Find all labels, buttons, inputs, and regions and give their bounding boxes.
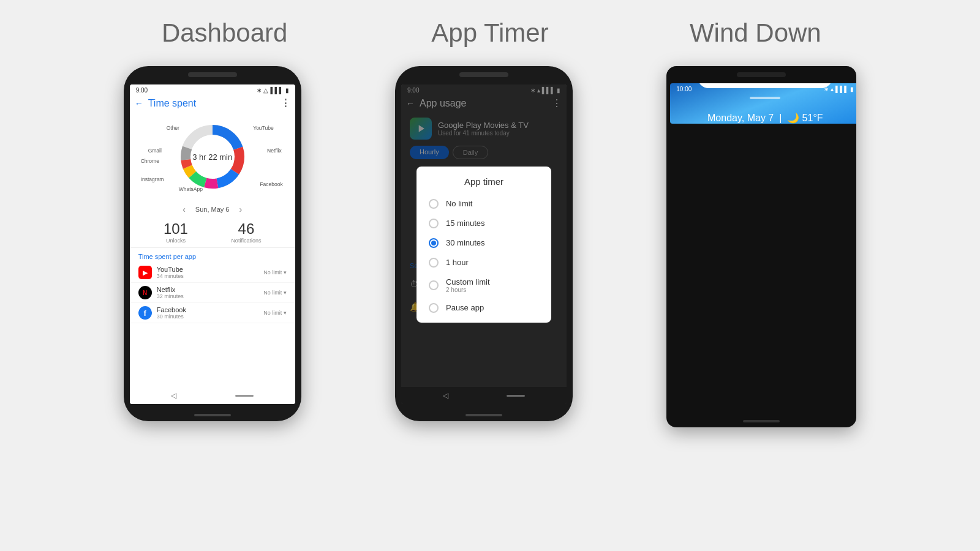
p2-back-nav-icon[interactable]: ◁ — [443, 391, 448, 400]
phone3-top-bar — [737, 72, 786, 77]
phone1-status-icons: ∗ △ ▌▌▌ ▮ — [257, 87, 288, 94]
pause-label: Pause app — [446, 303, 484, 312]
label-gmail: Gmail — [148, 148, 162, 154]
youtube-info: YouTube 34 minutes — [157, 266, 263, 279]
back-arrow-icon[interactable]: ← — [135, 99, 143, 108]
custom-sublabel: 2 hours — [446, 287, 490, 293]
custom-label: Custom limit — [446, 277, 490, 287]
youtube-limit[interactable]: No limit ▾ — [263, 269, 287, 276]
label-instagram: Instagram — [141, 176, 164, 182]
custom-limit-info: Custom limit 2 hours — [446, 277, 490, 293]
phones-row: 9:00 ∗ △ ▌▌▌ ▮ ← Time spent ⋮ — [77, 66, 903, 427]
phone2-nav-bar: ◁ — [401, 387, 567, 404]
home-nav-pill — [235, 395, 254, 397]
phone1-screen: 9:00 ∗ △ ▌▌▌ ▮ ← Time spent ⋮ — [130, 84, 295, 404]
youtube-time: 34 minutes — [157, 273, 263, 279]
back-nav-icon[interactable]: ◁ — [171, 391, 176, 400]
label-youtube: YouTube — [253, 125, 273, 131]
facebook-time: 30 minutes — [157, 313, 263, 320]
phone2-bottom-bar — [466, 414, 502, 416]
app-timer-dialog: App timer No limit 15 minutes — [417, 167, 551, 323]
facebook-icon: f — [138, 306, 152, 320]
phone-wind-down: 10:00 ∗ ▴ ▌▌▌ ▮ Monday, May 7 | 🌙 51°F — [666, 66, 856, 427]
google-search-bar[interactable]: G — [698, 83, 832, 88]
prev-date-button[interactable]: ‹ — [183, 204, 186, 214]
label-whatsapp: WhatsApp — [179, 186, 203, 192]
notifications-label: Notifications — [231, 238, 261, 244]
1-hour-label: 1 hour — [446, 258, 469, 267]
wifi-icon: △ — [263, 87, 268, 94]
section-title: Time spent per app — [130, 248, 295, 263]
30-min-label: 30 minutes — [446, 238, 485, 247]
phone1-status-bar: 9:00 ∗ △ ▌▌▌ ▮ — [130, 84, 295, 95]
radio-custom[interactable] — [429, 280, 439, 290]
more-options-icon[interactable]: ⋮ — [281, 97, 290, 109]
option-15-min[interactable]: 15 minutes — [417, 214, 551, 233]
netflix-limit[interactable]: No limit ▾ — [263, 290, 287, 296]
netflix-info: Netflix 32 minutes — [157, 286, 263, 299]
facebook-limit[interactable]: No limit ▾ — [263, 310, 287, 316]
phone1-nav-bar: ◁ — [130, 387, 295, 404]
radio-no-limit[interactable] — [429, 199, 439, 209]
app-row-youtube: ▶ YouTube 34 minutes No limit ▾ — [130, 263, 295, 283]
current-date: Sun, May 6 — [195, 206, 230, 213]
phone1-title: Time spent — [148, 98, 276, 109]
radio-15-min[interactable] — [429, 219, 439, 228]
unlocks-number: 101 — [164, 220, 188, 238]
phone1-bottom-bar — [194, 414, 231, 416]
netflix-icon: N — [138, 286, 152, 299]
phone-dashboard: 9:00 ∗ △ ▌▌▌ ▮ ← Time spent ⋮ — [124, 66, 301, 421]
bluetooth-icon: ∗ — [257, 87, 262, 94]
label-facebook: Facebook — [260, 181, 282, 187]
app-timer-heading: App Timer — [374, 18, 606, 48]
netflix-name: Netflix — [157, 286, 263, 293]
15-min-label: 15 minutes — [446, 219, 485, 228]
next-date-button[interactable]: › — [239, 204, 242, 214]
option-custom-limit[interactable]: Custom limit 2 hours — [417, 272, 551, 298]
phone2-top-bar — [459, 72, 508, 77]
headings-row: Dashboard App Timer Wind Down — [92, 18, 888, 48]
option-1-hour[interactable]: 1 hour — [417, 253, 551, 272]
dialog-overlay: App timer No limit 15 minutes — [401, 84, 567, 404]
wind-down-heading: Wind Down — [639, 18, 872, 48]
option-30-min[interactable]: 30 minutes — [417, 233, 551, 253]
dashboard-heading: Dashboard — [108, 18, 341, 48]
donut-chart-area: 3 hr 22 min Other YouTube Gmail Netflix … — [130, 114, 295, 200]
youtube-icon: ▶ — [138, 266, 152, 279]
label-other: Other — [167, 125, 179, 131]
phone2-screen: 9:00 ∗ ▴ ▌▌▌ ▮ ← App usage ⋮ — [401, 84, 567, 404]
radio-pause[interactable] — [429, 303, 439, 313]
radio-1-hour[interactable] — [429, 258, 439, 268]
p2-home-nav-pill — [507, 395, 525, 397]
unlocks-label: Unlocks — [164, 238, 188, 244]
unlocks-stat: 101 Unlocks — [164, 220, 188, 244]
phone-app-timer: 9:00 ∗ ▴ ▌▌▌ ▮ ← App usage ⋮ — [395, 66, 573, 421]
app-row-netflix: N Netflix 32 minutes No limit ▾ — [130, 283, 295, 303]
no-limit-label: No limit — [446, 199, 472, 208]
notifications-stat: 46 Notifications — [231, 220, 261, 244]
notifications-number: 46 — [231, 220, 261, 238]
dialog-title: App timer — [417, 176, 551, 187]
option-pause-app[interactable]: Pause app — [417, 298, 551, 318]
label-netflix: Netflix — [267, 148, 282, 154]
wind-down-date: Monday, May 7 | 🌙 51°F — [676, 112, 854, 124]
phone3-bottom-bar — [743, 420, 780, 422]
phone1-toolbar: ← Time spent ⋮ — [130, 95, 295, 111]
chart-labels: Other YouTube Gmail Netflix Chrome Insta… — [130, 114, 295, 200]
phone1-top-bar — [188, 72, 237, 77]
youtube-name: YouTube — [157, 266, 263, 273]
phone1-time: 9:00 — [136, 87, 148, 94]
phone3-home-pill — [750, 97, 780, 99]
facebook-info: Facebook 30 minutes — [157, 306, 263, 320]
phone3-dock: G — [670, 83, 856, 99]
netflix-time: 32 minutes — [157, 293, 263, 299]
phone3-screen: 10:00 ∗ ▴ ▌▌▌ ▮ Monday, May 7 | 🌙 51°F — [670, 83, 856, 124]
option-no-limit[interactable]: No limit — [417, 194, 551, 214]
radio-30-min[interactable] — [429, 238, 439, 248]
radio-30-min-dot — [431, 241, 436, 246]
battery-icon: ▮ — [285, 87, 289, 94]
facebook-name: Facebook — [157, 306, 263, 313]
stats-row: 101 Unlocks 46 Notifications — [130, 217, 295, 248]
label-chrome: Chrome — [141, 158, 159, 164]
signal-icon: ▌▌▌ — [270, 87, 283, 94]
